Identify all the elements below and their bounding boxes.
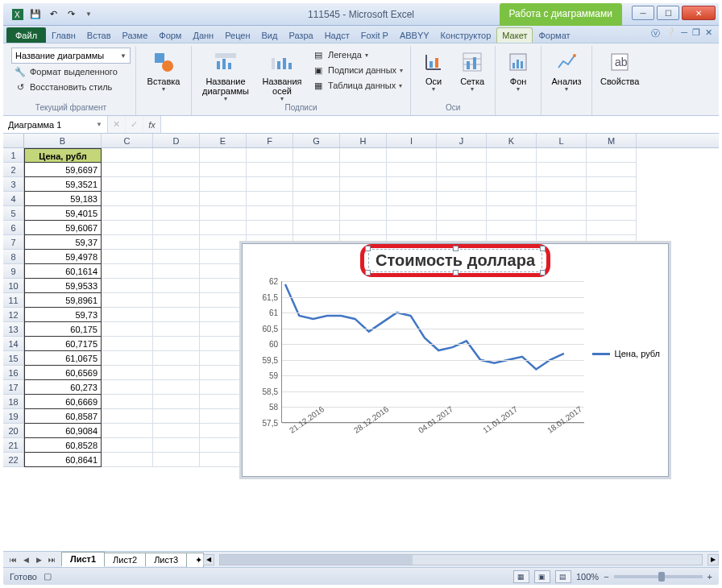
cell[interactable] [200,264,247,279]
tab-insert[interactable]: Встав [81,27,117,43]
cell[interactable] [153,235,200,250]
redo-icon[interactable]: ↷ [63,6,79,23]
properties-button[interactable]: ab Свойства [597,48,642,103]
cell[interactable] [293,192,340,206]
cell[interactable] [102,163,153,177]
cell[interactable] [200,206,247,221]
chart-title-button[interactable]: Название диаграммы▾ [197,48,255,103]
cell[interactable] [102,177,153,192]
cell[interactable]: 60,7175 [24,337,102,351]
cell[interactable] [153,221,200,235]
cell[interactable] [200,366,247,380]
cell[interactable]: 59,6067 [24,221,102,235]
column-header[interactable]: D [153,134,200,147]
row-header[interactable]: 12 [3,308,24,322]
cell[interactable] [153,177,200,192]
cell[interactable] [102,148,153,163]
cell[interactable] [102,409,153,424]
cell[interactable] [387,206,437,221]
cell[interactable] [153,192,200,206]
sheet-nav-first[interactable]: ⏮ [6,553,19,566]
column-header[interactable]: H [340,134,387,147]
horizontal-scrollbar[interactable] [219,554,703,565]
resize-handle[interactable] [365,270,371,275]
row-header[interactable]: 16 [3,366,24,380]
sheet-tab[interactable]: Лист1 [61,552,105,567]
cell[interactable] [200,322,247,337]
cell[interactable] [387,192,437,206]
row-header[interactable]: 4 [3,192,24,206]
cell[interactable] [537,206,587,221]
hscroll-right[interactable]: ▶ [707,554,719,565]
zoom-level[interactable]: 100% [576,572,599,582]
row-header[interactable]: 13 [3,322,24,337]
cell[interactable] [340,163,387,177]
row-header[interactable]: 10 [3,279,24,293]
cell[interactable] [153,351,200,366]
chart-legend[interactable]: Цена, рубл [592,349,660,358]
cell[interactable] [387,221,437,235]
column-header[interactable]: B [24,134,102,147]
cell[interactable] [437,148,487,163]
cell[interactable] [153,163,200,177]
name-box[interactable]: Диаграмма 1▼ [3,116,108,133]
column-header[interactable]: K [487,134,537,147]
cell[interactable] [487,221,537,235]
cell[interactable] [153,148,200,163]
cell[interactable] [102,395,153,409]
cell[interactable] [437,192,487,206]
cell[interactable] [200,293,247,308]
cell[interactable]: 60,6569 [24,366,102,380]
row-header[interactable]: 9 [3,264,24,279]
cell[interactable] [537,192,587,206]
cell[interactable] [200,192,247,206]
row-header[interactable]: 8 [3,250,24,264]
row-header[interactable]: 22 [3,453,24,467]
cell[interactable] [293,221,340,235]
cell[interactable] [437,163,487,177]
cell[interactable] [153,424,200,438]
cell[interactable] [153,337,200,351]
cell[interactable] [153,409,200,424]
cell[interactable] [200,453,247,467]
cell[interactable] [153,366,200,380]
zoom-in-button[interactable]: + [707,572,712,582]
cell[interactable] [587,221,637,235]
cell[interactable] [102,206,153,221]
plot-area[interactable]: 57,55858,55959,56060,56161,562 21.12.201… [254,281,584,442]
legend-button[interactable]: ▤Легенда▾ [309,48,405,62]
tab-formulas[interactable]: Форм [153,27,187,43]
cell[interactable] [200,177,247,192]
cell[interactable] [387,177,437,192]
tab-chart-format[interactable]: Формат [533,27,575,43]
row-header[interactable]: 2 [3,163,24,177]
cell[interactable] [102,192,153,206]
cell[interactable] [387,163,437,177]
cell[interactable] [153,438,200,453]
column-header[interactable]: F [247,134,293,147]
cell[interactable] [200,250,247,264]
window-minimize-icon[interactable]: ─ [681,27,687,39]
cell[interactable] [247,163,293,177]
cell[interactable] [200,221,247,235]
cell[interactable] [153,395,200,409]
cell[interactable] [437,221,487,235]
row-header[interactable]: 21 [3,438,24,453]
data-labels-button[interactable]: ▣Подписи данных▾ [309,63,405,77]
resize-handle[interactable] [453,270,459,275]
cell[interactable]: 60,9084 [24,424,102,438]
cell[interactable] [247,192,293,206]
help-icon[interactable]: ❔ [665,27,676,39]
gridlines-button[interactable]: Сетка▾ [454,48,490,103]
save-icon[interactable]: 💾 [27,6,44,23]
qat-dropdown-icon[interactable]: ▼ [81,6,97,23]
cell[interactable]: 60,175 [24,322,102,337]
row-header[interactable]: 6 [3,221,24,235]
sheet-tab[interactable]: Лист2 [104,553,146,566]
cell[interactable] [153,453,200,467]
cell[interactable] [153,279,200,293]
select-all-corner[interactable] [3,134,24,147]
cell[interactable] [102,351,153,366]
tab-developer[interactable]: Разра [283,27,318,43]
cell[interactable] [293,163,340,177]
